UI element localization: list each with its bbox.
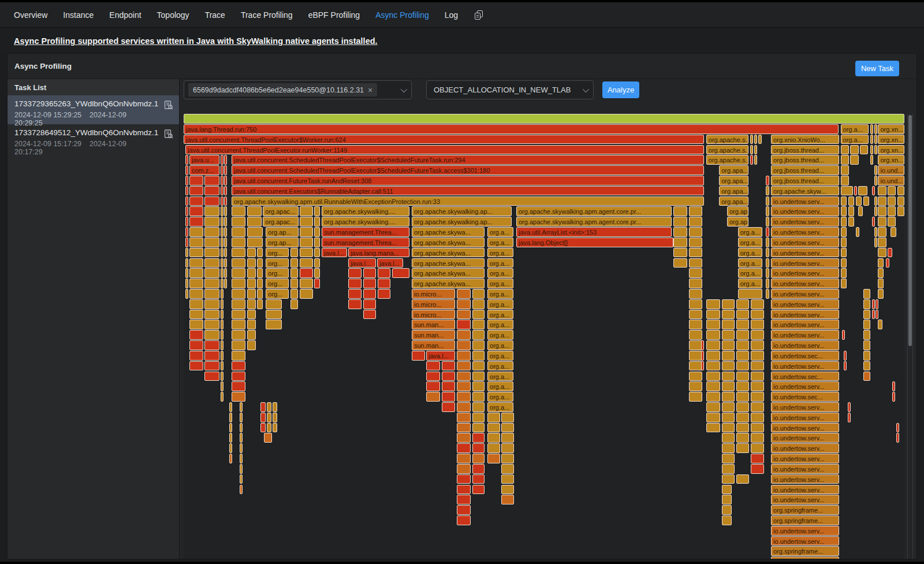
flame-cell[interactable] xyxy=(185,238,188,247)
flame-cell[interactable] xyxy=(247,206,262,216)
flame-cell[interactable] xyxy=(300,279,313,288)
flame-cell[interactable] xyxy=(841,227,847,237)
flame-cell[interactable]: io.undertow.serv... xyxy=(771,381,839,391)
flame-cell[interactable] xyxy=(706,381,720,391)
flame-cell[interactable]: io.undertow.sec... xyxy=(771,372,839,381)
flame-cell[interactable] xyxy=(267,402,272,412)
flame-cell[interactable] xyxy=(736,423,749,433)
flame-cell[interactable] xyxy=(689,227,702,237)
flame-cell[interactable] xyxy=(751,392,764,402)
flame-cell[interactable] xyxy=(221,258,223,268)
flame-cell[interactable] xyxy=(457,443,471,453)
flame-cell[interactable] xyxy=(314,248,321,258)
flame-cell[interactable] xyxy=(878,258,884,268)
flame-cell[interactable] xyxy=(897,206,904,216)
flame-cell[interactable] xyxy=(722,515,732,525)
flame-cell[interactable] xyxy=(888,186,896,196)
flame-cell[interactable] xyxy=(848,196,855,206)
nav-tab-trace[interactable]: Trace xyxy=(205,10,225,20)
flame-cell[interactable] xyxy=(766,248,769,258)
flame-cell[interactable] xyxy=(689,361,702,371)
flame-cell[interactable] xyxy=(487,413,500,422)
flame-cell[interactable] xyxy=(457,505,471,515)
flame-cell[interactable]: org.apache.skywa... xyxy=(412,227,485,237)
flame-cell[interactable] xyxy=(722,423,735,433)
flame-cell[interactable]: org.apache.skywa... xyxy=(412,238,485,247)
flame-cell[interactable] xyxy=(457,402,471,412)
flame-cell[interactable] xyxy=(247,330,256,340)
flame-cell[interactable] xyxy=(204,299,219,309)
flame-cell[interactable] xyxy=(457,310,471,320)
flame-cell[interactable] xyxy=(673,248,687,258)
flame-cell[interactable] xyxy=(300,206,313,216)
flame-cell[interactable] xyxy=(860,145,868,155)
flame-cell[interactable]: org.apache.s... xyxy=(706,145,748,155)
flame-cell[interactable] xyxy=(260,423,266,433)
task-detail-icon[interactable] xyxy=(164,101,173,110)
flame-cell[interactable]: org.a... xyxy=(841,124,869,134)
flame-cell[interactable] xyxy=(706,392,720,402)
flame-cell[interactable] xyxy=(722,474,735,484)
flame-cell[interactable]: org.a... xyxy=(487,238,513,247)
flame-cell[interactable] xyxy=(673,258,687,268)
nav-tab-ebpf-profiling[interactable]: eBPF Profiling xyxy=(308,10,360,20)
flame-cell[interactable] xyxy=(766,217,769,227)
flame-cell[interactable] xyxy=(722,320,735,329)
flame-cell[interactable] xyxy=(472,289,485,299)
flame-cell[interactable]: java.util.concurrent.ScheduledThreadPool… xyxy=(232,165,704,175)
flame-cell[interactable]: java.util.concurrent.Executors$RunnableA… xyxy=(232,186,704,196)
flame-cell[interactable] xyxy=(221,186,223,196)
flame-cell[interactable] xyxy=(314,258,321,268)
flame-cell[interactable] xyxy=(706,402,720,412)
flame-cell[interactable]: org.xn... xyxy=(878,145,904,155)
flame-cell[interactable] xyxy=(185,248,188,258)
flame-cell[interactable] xyxy=(257,248,263,258)
flame-cell[interactable] xyxy=(689,206,702,216)
flame-cell[interactable]: io.undertow.serv... xyxy=(771,474,839,484)
flame-cell[interactable]: java.l... xyxy=(348,258,375,268)
flame-cell[interactable] xyxy=(689,248,702,258)
flame-cell[interactable] xyxy=(224,155,227,165)
flame-cell[interactable] xyxy=(247,268,256,278)
flame-cell[interactable] xyxy=(501,443,514,453)
flame-cell[interactable] xyxy=(442,361,456,371)
flame-cell[interactable] xyxy=(204,217,219,227)
flame-cell[interactable] xyxy=(472,340,485,350)
flame-cell[interactable] xyxy=(872,299,875,309)
flame-cell[interactable] xyxy=(897,196,904,206)
flame-cell[interactable] xyxy=(888,217,896,227)
flame-cell[interactable] xyxy=(750,155,753,165)
flame-cell[interactable] xyxy=(189,361,203,371)
flame-cell[interactable] xyxy=(204,361,219,371)
flame-cell[interactable]: java.l... xyxy=(377,258,403,268)
flame-cell[interactable] xyxy=(892,392,895,402)
flame-cell[interactable] xyxy=(378,268,390,278)
flame-cell[interactable] xyxy=(426,381,440,391)
flame-cell[interactable] xyxy=(878,248,886,258)
flame-cell[interactable] xyxy=(260,413,266,422)
flame-cell[interactable]: io.undertow.serv... xyxy=(771,423,839,433)
flame-cell[interactable] xyxy=(290,279,299,288)
flame-cell[interactable] xyxy=(257,279,263,288)
flame-cell[interactable]: org.a... xyxy=(487,299,513,309)
flame-cell[interactable] xyxy=(689,289,702,299)
flame-cell[interactable]: java.util.concurrent.ThreadPoolExecutor$… xyxy=(184,135,704,144)
flame-cell[interactable]: org.apa... xyxy=(719,165,748,175)
flame-cell[interactable] xyxy=(722,433,735,443)
flame-cell[interactable] xyxy=(706,351,720,361)
flame-cell[interactable] xyxy=(878,186,886,196)
flame-cell[interactable] xyxy=(185,217,188,227)
flame-cell[interactable] xyxy=(457,372,471,381)
flame-cell[interactable] xyxy=(221,351,223,361)
flame-cell[interactable] xyxy=(457,299,471,309)
flame-cell[interactable] xyxy=(878,289,884,299)
flame-cell[interactable] xyxy=(247,299,256,309)
flame-cell[interactable]: org.a... xyxy=(738,227,762,237)
flame-cell[interactable] xyxy=(896,433,899,443)
flame-cell[interactable] xyxy=(204,196,219,206)
flame-cell[interactable] xyxy=(501,495,514,504)
flame-cell[interactable]: org.a... xyxy=(487,392,513,402)
flame-cell[interactable] xyxy=(224,258,227,268)
flame-cell[interactable] xyxy=(247,227,263,237)
flame-cell[interactable] xyxy=(273,423,278,433)
